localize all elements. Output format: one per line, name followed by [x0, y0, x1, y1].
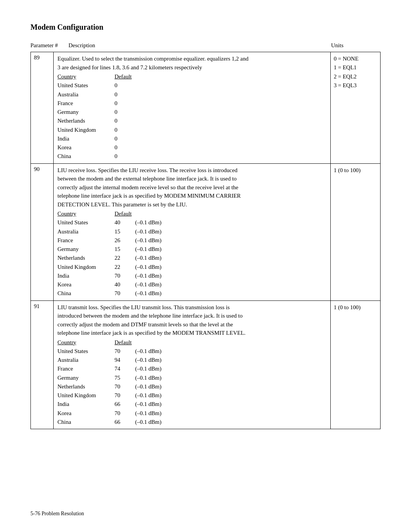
desc-line: between the modem and the external telep… — [57, 174, 327, 183]
units-line: 1 (0 to 100) — [334, 166, 377, 175]
default-value: 74 — [111, 364, 134, 373]
country-name: Germany — [57, 374, 111, 382]
units-line: 3 = EQL3 — [334, 81, 377, 90]
country-name: United Kingdom — [57, 263, 111, 272]
country-row: United Kingdom22(–0.1 dBm) — [57, 263, 327, 272]
units-cell: 0 = NONE1 = EQL12 = EQL23 = EQL3 — [331, 52, 380, 163]
country-row: Korea70(–0.1 dBm) — [57, 409, 327, 418]
page: Modem Configuration Parameter # Descript… — [0, 0, 411, 532]
country-row: India0 — [57, 134, 327, 143]
default-note: (–0.1 dBm) — [134, 347, 161, 356]
desc-line: correctly adjust the internal modem rece… — [57, 183, 327, 192]
country-row: China70(–0.1 dBm) — [57, 289, 327, 298]
country-row: United Kingdom70(–0.1 dBm) — [57, 391, 327, 400]
country-row: India66(–0.1 dBm) — [57, 400, 327, 409]
country-table-header: CountryDefault — [57, 338, 327, 347]
country-row: Germany0 — [57, 108, 327, 117]
country-name: China — [57, 289, 111, 298]
country-row: Germany75(–0.1 dBm) — [57, 374, 327, 382]
country-name: Korea — [57, 409, 111, 418]
country-col-header: Country — [57, 72, 111, 81]
units-cell: 1 (0 to 100) — [331, 301, 380, 429]
default-col-header: Default — [111, 338, 134, 347]
country-table-header: CountryDefault — [57, 72, 327, 81]
country-row: Netherlands0 — [57, 117, 327, 125]
country-name: India — [57, 134, 111, 143]
country-table-header: CountryDefault — [57, 209, 327, 218]
default-note: (–0.1 dBm) — [134, 391, 161, 400]
default-note: (–0.1 dBm) — [134, 227, 161, 236]
default-note: (–0.1 dBm) — [134, 382, 161, 391]
default-value: 40 — [111, 280, 134, 289]
country-name: United States — [57, 347, 111, 356]
table-header: Parameter # Description Units — [30, 42, 381, 49]
desc-line: telephone line interface jack is as spec… — [57, 192, 327, 200]
param-cell: 91 — [31, 301, 54, 429]
default-value: 0 — [111, 126, 134, 134]
default-value: 0 — [111, 108, 134, 117]
default-value: 0 — [111, 134, 134, 143]
country-name: Netherlands — [57, 382, 111, 391]
units-line: 0 = NONE — [334, 54, 377, 63]
country-row: Australia94(–0.1 dBm) — [57, 356, 327, 364]
default-value: 66 — [111, 418, 134, 427]
page-title: Modem Configuration — [30, 23, 381, 32]
default-note: (–0.1 dBm) — [134, 418, 161, 427]
default-note: (–0.1 dBm) — [134, 272, 161, 280]
country-name: Netherlands — [57, 254, 111, 262]
units-line: 2 = EQL2 — [334, 72, 377, 81]
country-name: Netherlands — [57, 117, 111, 125]
param-cell: 90 — [31, 164, 54, 300]
default-value: 94 — [111, 356, 134, 364]
default-value: 0 — [111, 99, 134, 108]
default-value: 0 — [111, 90, 134, 99]
default-value: 70 — [111, 409, 134, 418]
default-value: 70 — [111, 289, 134, 298]
default-value: 75 — [111, 374, 134, 382]
country-row: France0 — [57, 99, 327, 108]
desc-line: LIU receive loss. Specifies the LIU rece… — [57, 166, 327, 175]
country-name: Germany — [57, 245, 111, 254]
desc-cell: Equalizer. Used to select the transmissi… — [54, 52, 331, 163]
country-name: United States — [57, 218, 111, 227]
country-name: Korea — [57, 143, 111, 152]
footer: 5-76 Problem Resolution — [30, 511, 84, 517]
default-col-header: Default — [111, 72, 134, 81]
desc-line: DETECTION LEVEL. This parameter is set b… — [57, 200, 327, 209]
country-table: CountryDefaultUnited States40(–0.1 dBm)A… — [57, 209, 327, 298]
country-name: India — [57, 400, 111, 409]
country-name: United Kingdom — [57, 126, 111, 134]
default-note: (–0.1 dBm) — [134, 218, 161, 227]
country-name: France — [57, 99, 111, 108]
country-name: United Kingdom — [57, 391, 111, 400]
default-note: (–0.1 dBm) — [134, 356, 161, 364]
default-value: 15 — [111, 227, 134, 236]
country-row: United Kingdom0 — [57, 126, 327, 134]
country-row: Australia15(–0.1 dBm) — [57, 227, 327, 236]
default-value: 70 — [111, 272, 134, 280]
desc-line: correctly adjust the modem and DTMF tran… — [57, 320, 327, 329]
default-value: 0 — [111, 117, 134, 125]
country-name: Korea — [57, 280, 111, 289]
desc-header: Description — [65, 42, 331, 49]
desc-line: 3 are designed for lines 1.8, 3.6 and 7.… — [57, 63, 327, 72]
default-value: 66 — [111, 400, 134, 409]
country-name: France — [57, 236, 111, 245]
default-col-header: Default — [111, 209, 134, 218]
desc-line: Equalizer. Used to select the transmissi… — [57, 54, 327, 63]
default-note: (–0.1 dBm) — [134, 263, 161, 272]
country-col-header: Country — [57, 338, 111, 347]
country-name: China — [57, 152, 111, 161]
country-name: France — [57, 364, 111, 373]
country-row: India70(–0.1 dBm) — [57, 272, 327, 280]
default-value: 70 — [111, 347, 134, 356]
country-row: China66(–0.1 dBm) — [57, 418, 327, 427]
units-line: 1 = EQL1 — [334, 63, 377, 72]
country-col-header: Country — [57, 209, 111, 218]
country-table: CountryDefaultUnited States0Australia0Fr… — [57, 72, 327, 161]
country-row: Korea0 — [57, 143, 327, 152]
country-row: Korea40(–0.1 dBm) — [57, 280, 327, 289]
country-row: United States40(–0.1 dBm) — [57, 218, 327, 227]
default-value: 0 — [111, 81, 134, 90]
default-note: (–0.1 dBm) — [134, 236, 161, 245]
